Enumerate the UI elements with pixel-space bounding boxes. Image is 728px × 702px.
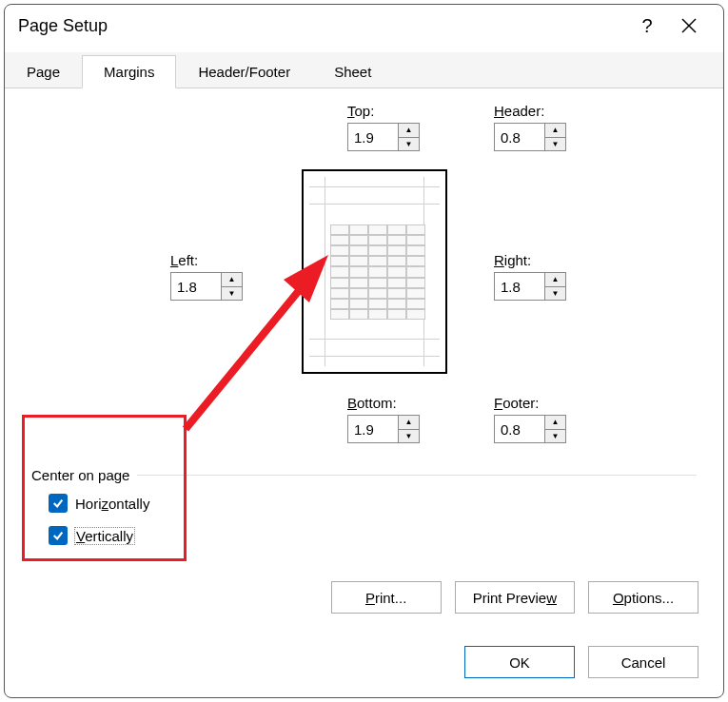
ok-button[interactable]: OK [464, 646, 575, 678]
top-margin-arrows: ▲ ▼ [398, 124, 419, 150]
center-horizontally-label: Horizontally [75, 496, 149, 512]
spinner-up-icon[interactable]: ▲ [399, 416, 419, 430]
checkbox-checked-icon [49, 494, 68, 513]
spinner-down-icon[interactable]: ▼ [545, 138, 565, 151]
dialog-title: Page Setup [18, 16, 626, 36]
spinner-up-icon[interactable]: ▲ [545, 124, 565, 138]
left-margin-label: Left: [170, 252, 243, 268]
bottom-margin-spinner[interactable]: 1.9 ▲ ▼ [347, 415, 420, 443]
top-margin-label: Top: [347, 103, 420, 119]
spinner-up-icon[interactable]: ▲ [399, 124, 419, 138]
bottom-margin-label: Bottom: [347, 395, 420, 411]
bottom-margin-group: Bottom: 1.9 ▲ ▼ [347, 395, 420, 443]
footer-margin-arrows: ▲ ▼ [544, 416, 565, 442]
action-button-row: Print... Print Preview Options... [331, 581, 698, 614]
spinner-down-icon[interactable]: ▼ [545, 287, 565, 301]
preview-footer-line [309, 356, 440, 357]
bottom-margin-arrows: ▲ ▼ [398, 416, 419, 442]
spinner-down-icon[interactable]: ▼ [399, 430, 419, 443]
left-margin-arrows: ▲ ▼ [221, 273, 242, 300]
header-margin-value: 0.8 [495, 124, 544, 150]
footer-margin-value: 0.8 [495, 416, 544, 442]
page-preview [302, 169, 447, 374]
spinner-down-icon[interactable]: ▼ [222, 287, 242, 301]
center-on-page-label: Center on page [31, 467, 137, 483]
center-vertically-checkbox[interactable]: Vertically [49, 526, 134, 545]
right-margin-value: 1.8 [495, 273, 544, 300]
tabbar: Page Margins Header/Footer Sheet [5, 52, 723, 88]
header-margin-group: Header: 0.8 ▲ ▼ [494, 103, 566, 151]
spinner-up-icon[interactable]: ▲ [545, 416, 565, 430]
right-margin-group: Right: 1.8 ▲ ▼ [494, 252, 566, 301]
right-margin-spinner[interactable]: 1.8 ▲ ▼ [494, 272, 566, 301]
center-horizontally-checkbox[interactable]: Horizontally [49, 494, 149, 513]
checkbox-checked-icon [49, 526, 68, 545]
left-margin-spinner[interactable]: 1.8 ▲ ▼ [170, 272, 243, 301]
spinner-up-icon[interactable]: ▲ [545, 273, 565, 287]
top-margin-spinner[interactable]: 1.9 ▲ ▼ [347, 123, 420, 151]
tab-header-footer[interactable]: Header/Footer [176, 55, 312, 88]
titlebar: Page Setup ? [5, 5, 723, 47]
tab-sheet[interactable]: Sheet [312, 55, 393, 88]
print-button[interactable]: Print... [331, 581, 442, 614]
bottom-margin-value: 1.9 [348, 416, 398, 442]
options-button[interactable]: Options... [588, 581, 698, 614]
left-margin-value: 1.8 [171, 273, 221, 300]
preview-bottom-line [309, 339, 440, 340]
margins-content: Top: 1.9 ▲ ▼ Header: 0.8 ▲ ▼ Left: [5, 88, 723, 621]
top-margin-value: 1.9 [348, 124, 398, 150]
right-margin-arrows: ▲ ▼ [544, 273, 565, 300]
tab-margins[interactable]: Margins [82, 55, 176, 88]
dialog-button-row: OK Cancel [464, 646, 698, 678]
close-button[interactable] [668, 5, 710, 47]
spinner-up-icon[interactable]: ▲ [222, 273, 242, 287]
cancel-button[interactable]: Cancel [588, 646, 698, 678]
footer-margin-spinner[interactable]: 0.8 ▲ ▼ [494, 415, 566, 443]
header-margin-spinner[interactable]: 0.8 ▲ ▼ [494, 123, 566, 151]
preview-left-line [325, 177, 325, 366]
top-margin-group: Top: 1.9 ▲ ▼ [347, 103, 420, 151]
left-margin-group: Left: 1.8 ▲ ▼ [170, 252, 243, 301]
footer-margin-label: Footer: [494, 395, 566, 411]
close-icon [681, 18, 697, 33]
spinner-down-icon[interactable]: ▼ [545, 430, 565, 443]
spinner-down-icon[interactable]: ▼ [399, 138, 419, 151]
print-preview-button[interactable]: Print Preview [455, 581, 575, 614]
header-margin-label: Header: [494, 103, 566, 119]
tab-page[interactable]: Page [5, 55, 82, 88]
footer-margin-group: Footer: 0.8 ▲ ▼ [494, 395, 566, 443]
help-button[interactable]: ? [626, 5, 668, 47]
right-margin-label: Right: [494, 252, 566, 268]
page-preview-inner [309, 177, 440, 366]
page-setup-dialog: Page Setup ? Page Margins Header/Footer … [4, 4, 724, 698]
center-vertically-label: Vertically [75, 528, 134, 544]
preview-top-line [309, 204, 440, 205]
preview-grid [330, 224, 425, 320]
preview-header-line [309, 186, 440, 187]
header-margin-arrows: ▲ ▼ [544, 124, 565, 150]
